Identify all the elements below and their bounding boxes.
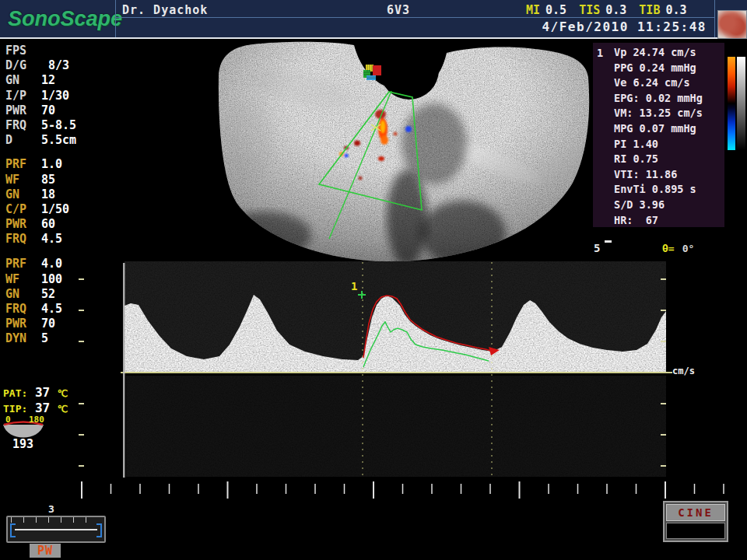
parameter-label: D/G [5, 58, 41, 72]
parameter-value: 1.0 [41, 157, 62, 171]
header-row-divider [115, 17, 714, 18]
parameter-label: FPS [5, 44, 41, 58]
time-tick-minor [256, 484, 258, 494]
index-value: 0.3 [605, 3, 626, 17]
scrollbar-left-bracket[interactable] [10, 523, 16, 537]
right-axis-tick [661, 434, 666, 436]
tip-value: 37 [27, 401, 58, 415]
index-value: 0.3 [665, 3, 686, 17]
header-vertical-divider [714, 0, 715, 37]
right-axis-tick [661, 465, 666, 467]
probe-model: 6V3 [387, 3, 410, 17]
spectral-baseline [121, 372, 672, 373]
time-tick-minor [548, 484, 549, 494]
header-divider [0, 37, 747, 39]
scrollbar-range-line[interactable] [15, 529, 97, 530]
parameter-label: GN [5, 73, 41, 87]
parameter-row: PRF4.0 [5, 257, 76, 271]
spectral-doppler-display [79, 261, 724, 499]
parameter-value: 60 [41, 217, 55, 231]
scrollbar-ruler [11, 517, 98, 523]
brand-logo: SonoScape [8, 7, 122, 31]
parameter-row: FPS [5, 44, 76, 58]
left-axis-tick [79, 465, 84, 467]
velocity-unit-label: cm/s [672, 366, 695, 376]
depth-scale-dash [605, 240, 612, 243]
parameter-row: GN12 [5, 73, 76, 88]
parameter-label: C/P [5, 202, 41, 216]
parameter-row: D/G 8/3 [5, 58, 76, 73]
measurement-row: Ve 6.24 cm/s [614, 76, 703, 92]
parameter-value: 5 [41, 331, 48, 345]
ultrasound-screen: SonoScape Dr. Dyachok 6V3 MI0.5TIS0.3TIB… [0, 0, 747, 560]
parameter-value: 4.5 [41, 232, 62, 246]
tip-unit: ℃ [58, 404, 68, 415]
parameter-row: GN52 [5, 287, 76, 302]
acoustic-index: TIS0.3 [579, 3, 626, 17]
left-axis-tick [79, 434, 84, 436]
parameter-row: C/P1/50 [5, 202, 76, 217]
parameter-value: 70 [41, 317, 55, 331]
left-axis-tick [79, 278, 84, 280]
exam-thumbnail[interactable] [717, 10, 747, 39]
parameter-label: PRF [5, 157, 41, 171]
parameter-row: WF85 [5, 173, 76, 187]
parameter-row: PRF1.0 [5, 157, 76, 172]
measurement-row: PI 1.40 [614, 138, 703, 153]
parameter-label: WF [5, 272, 41, 286]
time-tick-major [373, 481, 374, 499]
pat-unit: ℃ [58, 388, 68, 399]
left-axis-tick [79, 341, 84, 342]
parameter-label: DYN [5, 331, 41, 345]
time-tick-major [665, 481, 666, 499]
measurement-row: RI 0.75 [614, 152, 703, 168]
measurement-row: PPG 0.24 mmHg [614, 61, 703, 77]
parameter-row: FRQ5-8.5 [5, 118, 76, 133]
tip-temp-row: TIP: 37 ℃ [3, 401, 68, 415]
measurement-row: S/D 3.96 [614, 198, 703, 214]
time-tick-major [81, 481, 82, 499]
parameter-label: WF [5, 173, 41, 187]
time-tick-minor [461, 484, 462, 494]
pat-value: 37 [27, 385, 58, 400]
scrollbar-right-bracket[interactable] [96, 523, 102, 537]
parameter-value: 12 [41, 73, 55, 87]
measurement-row: MPG 0.07 mmHg [614, 122, 703, 138]
parameter-label: FRQ [5, 232, 41, 246]
parameter-label: GN [5, 187, 41, 201]
parameter-value: 8/3 [41, 58, 69, 72]
parameter-label: GN [5, 287, 41, 301]
parameter-value: 85 [41, 173, 55, 187]
probe-angle-max: 180 [29, 415, 44, 425]
measurement-marker: 1 [597, 47, 603, 59]
parameter-row: FRQ4.5 [5, 302, 76, 317]
time-tick-major [227, 481, 229, 499]
mode-indicator-pw[interactable]: PW [30, 544, 61, 558]
measurement-row: EPG: 0.02 mmHg [614, 92, 703, 107]
parameter-row: PWR60 [5, 217, 76, 232]
color-doppler-scale-bar [728, 57, 735, 150]
time-tick-minor [577, 484, 579, 494]
patient-temp-row: PAT: 37 ℃ [3, 385, 68, 400]
angle-value: 0° [682, 243, 695, 254]
parameter-row: WF100 [5, 272, 76, 287]
frame-counter: 193 [12, 437, 33, 451]
parameter-label: PWR [5, 317, 41, 331]
angle-correction-readout: θ=0° [662, 243, 694, 254]
time-tick-minor [169, 484, 170, 494]
time-tick-major [519, 481, 521, 499]
cine-scrollbar[interactable] [6, 516, 106, 543]
parameter-label: FRQ [5, 302, 41, 316]
grayscale-bar [737, 57, 745, 150]
cine-button[interactable]: CINE [666, 504, 725, 521]
parameter-value: 52 [41, 287, 55, 301]
parameter-row: D5.5cm [5, 133, 76, 148]
acoustic-index: TIB0.3 [639, 3, 686, 17]
depth-scale-label: 5 [594, 242, 600, 254]
right-axis-tick [661, 310, 666, 311]
index-label: MI [526, 3, 540, 17]
acoustic-indices: MI0.5TIS0.3TIB0.3 [526, 3, 687, 17]
parameter-label: I/P [5, 89, 41, 103]
time-tick-minor [286, 484, 287, 494]
parameter-label: PWR [5, 217, 41, 231]
